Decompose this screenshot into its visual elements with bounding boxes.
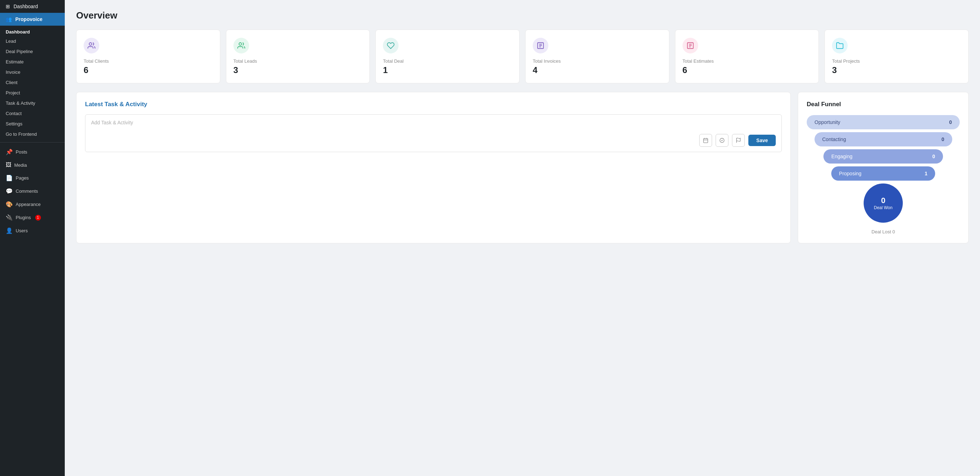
total-clients-icon bbox=[84, 38, 99, 53]
stat-cards-grid: Total Clients 6 Total Leads 3 Total Deal… bbox=[76, 30, 969, 83]
funnel-stage-opportunity: Opportunity 0 bbox=[807, 115, 960, 129]
goto-frontend-label: Go to Frontend bbox=[6, 131, 37, 137]
sidebar-item-plugins[interactable]: 🔌 Plugins 1 bbox=[0, 211, 65, 224]
stat-card-total-projects: Total Projects 3 bbox=[824, 30, 969, 83]
sidebar-item-deal-pipeline[interactable]: Deal Pipeline bbox=[0, 46, 65, 57]
deal-funnel-card: Deal Funnel Opportunity 0 Contacting 0 E… bbox=[798, 92, 969, 243]
comments-label: Comments bbox=[16, 188, 38, 194]
sidebar-item-lead[interactable]: Lead bbox=[0, 36, 65, 46]
sidebar-item-contact[interactable]: Contact bbox=[0, 108, 65, 119]
funnel-stage-proposing: Proposing 1 bbox=[831, 166, 935, 180]
funnel-stage-deal-won: 0 Deal Won bbox=[864, 184, 903, 223]
sidebar-item-invoice[interactable]: Invoice bbox=[0, 67, 65, 77]
deal-lost-row: Deal Lost 0 bbox=[872, 229, 895, 235]
sidebar-item-task-activity[interactable]: Task & Activity bbox=[0, 98, 65, 108]
propovoice-label: Propovoice bbox=[15, 16, 42, 22]
total-projects-icon bbox=[832, 38, 848, 53]
total-invoices-icon bbox=[533, 38, 548, 53]
funnel-container: Opportunity 0 Contacting 0 Engaging 0 Pr… bbox=[807, 115, 960, 235]
total-clients-label: Total Clients bbox=[84, 58, 213, 64]
save-task-button[interactable]: Save bbox=[748, 135, 776, 146]
deal-lost-value: 0 bbox=[892, 229, 895, 235]
sidebar-item-goto-frontend[interactable]: Go to Frontend bbox=[0, 129, 65, 139]
pages-icon: 📄 bbox=[6, 174, 13, 181]
engaging-label: Engaging bbox=[831, 153, 932, 159]
sidebar-item-appearance[interactable]: 🎨 Appearance bbox=[0, 198, 65, 211]
plugins-icon: 🔌 bbox=[6, 214, 13, 221]
sidebar-item-wp-dashboard[interactable]: ⊞ Dashboard bbox=[0, 0, 65, 13]
stat-card-total-leads: Total Leads 3 bbox=[226, 30, 370, 83]
total-deal-icon bbox=[383, 38, 399, 53]
total-deal-label: Total Deal bbox=[383, 58, 512, 64]
funnel-title: Deal Funnel bbox=[807, 101, 960, 108]
svg-point-1 bbox=[239, 43, 241, 45]
total-projects-label: Total Projects bbox=[832, 58, 961, 64]
grid-icon: ⊞ bbox=[6, 3, 10, 9]
page-title: Overview bbox=[76, 10, 969, 21]
deal-lost-label: Deal Lost bbox=[872, 229, 891, 235]
total-leads-label: Total Leads bbox=[234, 58, 363, 64]
proposing-label: Proposing bbox=[839, 171, 925, 176]
opportunity-count: 0 bbox=[949, 119, 952, 125]
sidebar-item-settings[interactable]: Settings bbox=[0, 119, 65, 129]
sidebar-item-posts[interactable]: 📌 Posts bbox=[0, 145, 65, 158]
total-estimates-label: Total Estimates bbox=[682, 58, 812, 64]
sidebar-item-propovoice[interactable]: 👥 Propovoice bbox=[0, 13, 65, 26]
funnel-stage-contacting: Contacting 0 bbox=[815, 132, 952, 147]
users-icon: 👤 bbox=[6, 227, 13, 234]
total-leads-value: 3 bbox=[234, 65, 363, 75]
sidebar-dashboard-heading: Dashboard bbox=[0, 26, 65, 36]
sidebar-item-comments[interactable]: 💬 Comments bbox=[0, 185, 65, 198]
deal-won-count: 0 bbox=[881, 196, 885, 205]
funnel-stage-engaging: Engaging 0 bbox=[823, 149, 943, 163]
wp-dashboard-label: Dashboard bbox=[14, 3, 38, 9]
total-leads-icon bbox=[234, 38, 249, 53]
users-label: Users bbox=[16, 228, 28, 233]
task-activity-card: Latest Task & Activity Add Task & Activi… bbox=[76, 92, 791, 243]
sidebar-item-users[interactable]: 👤 Users bbox=[0, 224, 65, 237]
media-icon: 🖼 bbox=[6, 162, 11, 168]
svg-point-0 bbox=[89, 43, 92, 45]
sidebar-item-pages[interactable]: 📄 Pages bbox=[0, 171, 65, 185]
stat-card-total-invoices: Total Invoices 4 bbox=[525, 30, 669, 83]
stat-card-total-deal: Total Deal 1 bbox=[375, 30, 520, 83]
pages-label: Pages bbox=[16, 175, 29, 180]
posts-label: Posts bbox=[16, 149, 27, 155]
main-content: Overview Total Clients 6 Total Leads 3 T… bbox=[65, 0, 980, 476]
appearance-icon: 🎨 bbox=[6, 201, 13, 208]
total-deal-value: 1 bbox=[383, 65, 512, 75]
media-label: Media bbox=[14, 163, 27, 168]
task-activity-title: Latest Task & Activity bbox=[85, 101, 782, 108]
posts-icon: 📌 bbox=[6, 149, 13, 155]
sidebar-item-estimate[interactable]: Estimate bbox=[0, 57, 65, 67]
engaging-count: 0 bbox=[932, 153, 935, 159]
sidebar-divider bbox=[0, 142, 65, 142]
proposing-count: 1 bbox=[924, 171, 928, 176]
opportunity-label: Opportunity bbox=[815, 119, 949, 125]
comments-icon: 💬 bbox=[6, 188, 13, 195]
task-input-area: Add Task & Activity Save bbox=[85, 114, 782, 152]
stat-card-total-clients: Total Clients 6 bbox=[76, 30, 220, 83]
contacting-label: Contacting bbox=[822, 136, 942, 142]
total-estimates-icon bbox=[682, 38, 698, 53]
contacting-count: 0 bbox=[942, 136, 944, 142]
propovoice-icon: 👥 bbox=[6, 16, 12, 22]
sidebar: ⊞ Dashboard 👥 Propovoice Dashboard Lead … bbox=[0, 0, 65, 476]
plugins-badge: 1 bbox=[35, 215, 41, 220]
sidebar-item-project[interactable]: Project bbox=[0, 88, 65, 98]
stat-card-total-estimates: Total Estimates 6 bbox=[675, 30, 819, 83]
plugins-label: Plugins bbox=[16, 215, 31, 220]
sidebar-item-client[interactable]: Client bbox=[0, 77, 65, 88]
checkmark-icon-button[interactable] bbox=[716, 134, 729, 147]
flag-icon-button[interactable] bbox=[732, 134, 745, 147]
sidebar-item-media[interactable]: 🖼 Media bbox=[0, 158, 65, 171]
svg-rect-10 bbox=[703, 139, 708, 143]
total-projects-value: 3 bbox=[832, 65, 961, 75]
deal-won-label: Deal Won bbox=[874, 205, 892, 210]
total-clients-value: 6 bbox=[84, 65, 213, 75]
bottom-section: Latest Task & Activity Add Task & Activi… bbox=[76, 92, 969, 243]
calendar-icon-button[interactable] bbox=[699, 134, 712, 147]
task-input-actions: Save bbox=[91, 134, 776, 147]
task-input-placeholder[interactable]: Add Task & Activity bbox=[91, 120, 776, 125]
total-invoices-label: Total Invoices bbox=[533, 58, 662, 64]
